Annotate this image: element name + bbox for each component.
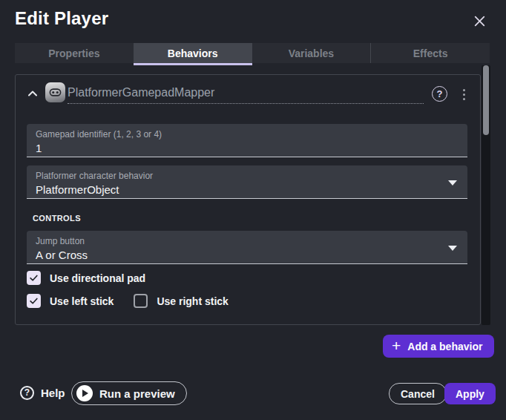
- checkbox-box[interactable]: [134, 294, 148, 308]
- chevron-down-icon: [448, 180, 457, 186]
- gamepad-identifier-field[interactable]: Gamepad identifier (1, 2, 3 or 4) 1: [27, 124, 467, 157]
- tab-behaviors[interactable]: Behaviors: [134, 43, 252, 63]
- scrollbar-thumb[interactable]: [483, 65, 489, 135]
- tab-variables[interactable]: Variables: [252, 43, 371, 63]
- behavior-panel: PlatformerGamepadMapper ? Gamepad identi…: [15, 74, 481, 325]
- checkbox-row: Use directional pad: [27, 271, 145, 285]
- field-label: Jump button: [36, 236, 459, 246]
- run-preview-label: Run a preview: [99, 387, 175, 400]
- cancel-button[interactable]: Cancel: [389, 383, 447, 404]
- field-label: Platformer character behavior: [36, 171, 459, 181]
- checkbox-use-left-stick[interactable]: Use left stick: [27, 294, 114, 308]
- kebab-menu-icon[interactable]: [459, 87, 468, 102]
- apply-label: Apply: [456, 388, 484, 400]
- plus-icon: +: [392, 338, 401, 353]
- close-icon[interactable]: [471, 13, 487, 29]
- chevron-down-icon: [448, 246, 457, 251]
- help-icon[interactable]: ?: [432, 86, 447, 102]
- checkbox-label: Use directional pad: [50, 272, 145, 284]
- help-button[interactable]: ? Help: [20, 384, 65, 401]
- checkmark-icon: [29, 273, 39, 283]
- checkbox-box[interactable]: [27, 294, 41, 308]
- field-value: 1: [36, 141, 459, 156]
- checkbox-row: Use left stick Use right stick: [27, 294, 229, 308]
- edit-player-dialog: Edit Player Properties Behaviors Variabl…: [0, 0, 506, 420]
- character-behavior-select[interactable]: Platformer character behavior Platformer…: [27, 165, 467, 199]
- behavior-name-input[interactable]: PlatformerGamepadMapper: [68, 82, 424, 104]
- cancel-label: Cancel: [401, 388, 435, 400]
- apply-button[interactable]: Apply: [444, 383, 496, 404]
- tab-properties[interactable]: Properties: [15, 43, 134, 63]
- scrollbar[interactable]: [482, 65, 490, 325]
- gamepad-icon: [45, 82, 65, 102]
- checkbox-use-directional-pad[interactable]: Use directional pad: [27, 271, 145, 285]
- field-value: PlatformerObject: [36, 183, 459, 197]
- checkbox-use-right-stick[interactable]: Use right stick: [134, 294, 228, 308]
- run-preview-button[interactable]: Run a preview: [71, 381, 187, 405]
- checkbox-label: Use left stick: [50, 295, 114, 307]
- tab-bar: Properties Behaviors Variables Effects: [15, 43, 490, 63]
- checkmark-icon: [29, 296, 39, 306]
- add-behavior-label: Add a behavior: [407, 341, 482, 352]
- add-behavior-button[interactable]: + Add a behavior: [383, 335, 494, 358]
- checkbox-box[interactable]: [27, 271, 41, 285]
- dialog-title: Edit Player: [15, 8, 108, 29]
- field-value: A or Cross: [36, 248, 459, 263]
- checkbox-label: Use right stick: [157, 295, 228, 307]
- tab-effects[interactable]: Effects: [370, 43, 490, 63]
- controls-section-label: CONTROLS: [33, 214, 81, 223]
- play-icon: [76, 385, 93, 401]
- field-label: Gamepad identifier (1, 2, 3 or 4): [36, 129, 459, 140]
- help-label: Help: [41, 387, 65, 399]
- jump-button-select[interactable]: Jump button A or Cross: [27, 231, 467, 264]
- question-mark-icon: ?: [20, 386, 34, 400]
- collapse-chevron-up-icon[interactable]: [25, 86, 40, 101]
